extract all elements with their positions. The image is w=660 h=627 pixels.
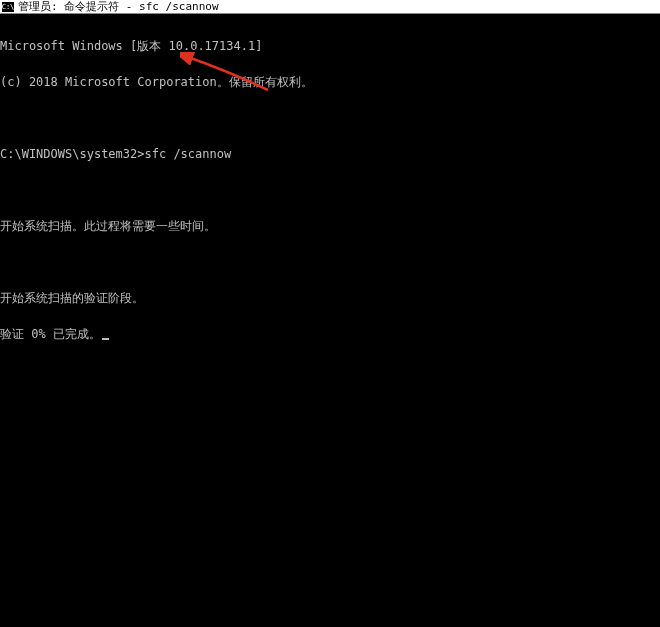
blank-line [0,184,660,196]
progress-line: 验证 0% 已完成。 [0,328,660,340]
scan-start-line: 开始系统扫描。此过程将需要一些时间。 [0,220,660,232]
window-title-bar: C:\ 管理员: 命令提示符 - sfc /scannow [0,0,660,14]
copyright-line: (c) 2018 Microsoft Corporation。保留所有权利。 [0,76,660,88]
progress-text: 验证 0% 已完成。 [0,327,101,341]
blank-line [0,256,660,268]
terminal-output[interactable]: Microsoft Windows [版本 10.0.17134.1] (c) … [0,14,660,352]
cursor [102,338,109,340]
prompt-text: C:\WINDOWS\system32> [0,147,145,161]
version-line: Microsoft Windows [版本 10.0.17134.1] [0,40,660,52]
prompt-line: C:\WINDOWS\system32>sfc /scannow [0,148,660,160]
command-text: sfc /scannow [145,147,232,161]
window-title-text: 管理员: 命令提示符 - sfc /scannow [18,0,219,14]
cmd-icon: C:\ [2,2,14,12]
blank-line [0,112,660,124]
verify-phase-line: 开始系统扫描的验证阶段。 [0,292,660,304]
